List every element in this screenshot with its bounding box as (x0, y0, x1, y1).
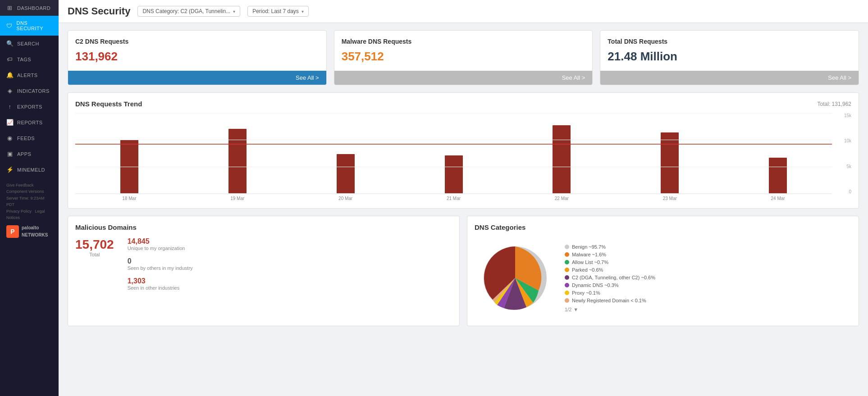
trend-chart-card: DNS Requests Trend Total: 131,962 (68, 92, 859, 209)
bar (445, 155, 463, 194)
total-card-value: 21.48 Million (608, 50, 851, 64)
legend-item: C2 (DGA, Tunneling, other C2) ~0.6% (565, 275, 655, 280)
content-area: C2 DNS Requests 131,962 See All > Malwar… (59, 23, 868, 333)
malware-see-all-button[interactable]: See All > (334, 71, 593, 85)
c2-requests-card: C2 DNS Requests 131,962 See All > (68, 30, 327, 85)
indicators-icon: ◈ (6, 87, 14, 94)
sidebar-item-alerts[interactable]: 🔔 Alerts (0, 67, 59, 83)
sidebar-item-dns-security[interactable]: 🛡 DNS Security (0, 16, 59, 36)
sidebar-item-dashboard[interactable]: ⊞ Dashboard (0, 0, 59, 16)
legend-label: Benign ~95.7% (572, 244, 606, 250)
bar (120, 140, 138, 194)
trend-chart-title: DNS Requests Trend (75, 100, 142, 108)
legend-color-dot (565, 260, 569, 264)
bar-group (292, 113, 400, 194)
bar (661, 132, 679, 194)
reports-icon: 📈 (6, 119, 14, 126)
bar (337, 154, 355, 194)
bar-label: 23 Mar (616, 196, 724, 201)
legend-pagination: 1/2 ▼ (565, 307, 655, 312)
bar-label: 18 Mar (75, 196, 183, 201)
privacy-policy-link[interactable]: Privacy Policy (6, 209, 32, 214)
legend-label: Allow List ~0.7% (572, 259, 608, 265)
legend-item: Benign ~95.7% (565, 244, 655, 250)
sidebar-item-indicators[interactable]: ◈ Indicators (0, 83, 59, 99)
sidebar-item-tags[interactable]: 🏷 Tags (0, 51, 59, 67)
legend-item: Newly Registered Domain < 0.1% (565, 298, 655, 303)
legend-item: Dynamic DNS ~0.3% (565, 282, 655, 288)
malicious-domains-card: Malicious Domains 15,702 Total 14,845 Un… (68, 216, 460, 326)
bar-chart (75, 113, 832, 194)
legend-color-dot (565, 275, 569, 280)
dns-category-filter[interactable]: DNS Category: C2 (DGA, Tunnelin... ▾ (137, 6, 240, 17)
malware-card-title: Malware DNS Requests (342, 38, 585, 45)
legend-label: C2 (DGA, Tunneling, other C2) ~0.6% (572, 275, 655, 280)
bar (769, 158, 787, 194)
c2-see-all-button[interactable]: See All > (68, 71, 326, 85)
legend-item: Malware ~1.6% (565, 252, 655, 257)
page-title: DNS Security (68, 5, 130, 17)
malicious-domains-title: Malicious Domains (75, 223, 452, 231)
sidebar-item-search[interactable]: 🔍 Search (0, 36, 59, 51)
bell-icon: 🔔 (6, 72, 14, 78)
tag-icon: 🏷 (6, 56, 14, 63)
page-header: DNS Security DNS Category: C2 (DGA, Tunn… (59, 0, 868, 23)
dns-categories-card: DNS Categories (467, 216, 859, 326)
y-axis: 15k 10k 5k 0 (836, 113, 851, 194)
bar-group (724, 113, 832, 194)
pie-chart (475, 237, 556, 319)
period-filter[interactable]: Period: Last 7 days ▾ (247, 6, 309, 17)
total-see-all-button[interactable]: See All > (600, 71, 859, 85)
legend-label: Malware ~1.6% (572, 252, 606, 257)
unique-label: Unique to my organization (128, 246, 452, 251)
bottom-row: Malicious Domains 15,702 Total 14,845 Un… (68, 216, 859, 326)
legend-label: Parked ~0.6% (572, 267, 603, 273)
bar-label: 19 Mar (183, 196, 292, 201)
sidebar-item-reports[interactable]: 📈 Reports (0, 114, 59, 130)
industry-label: Seen in other industries (128, 285, 452, 291)
legend-color-dot (565, 283, 569, 287)
total-card-title: Total DNS Requests (608, 38, 851, 45)
give-feedback-link[interactable]: Give Feedback (6, 183, 34, 187)
export-icon: ↑ (6, 103, 14, 110)
unique-value: 14,845 (128, 237, 452, 246)
sidebar-item-apps[interactable]: ▣ Apps (0, 146, 59, 162)
trend-chart-total: Total: 131,962 (818, 101, 851, 107)
chevron-down-icon: ▾ (302, 9, 304, 14)
malware-requests-card: Malware DNS Requests 357,512 See All > (334, 30, 593, 85)
sidebar-item-feeds[interactable]: ◉ Feeds (0, 130, 59, 146)
shield-icon: 🛡 (6, 23, 13, 29)
chevron-down-icon[interactable]: ▼ (573, 307, 578, 312)
bar-group (183, 113, 292, 194)
bar-group (507, 113, 616, 194)
sidebar-item-minemeld[interactable]: ⚡ MineMeld (0, 162, 59, 178)
legend-item: Allow List ~0.7% (565, 259, 655, 265)
chevron-down-icon: ▾ (233, 9, 235, 14)
bar (228, 129, 247, 194)
bar (553, 125, 571, 194)
bar-group (616, 113, 724, 194)
malicious-total-label: Total (89, 252, 100, 257)
legend-label: Newly Registered Domain < 0.1% (572, 298, 646, 303)
total-requests-card: Total DNS Requests 21.48 Million See All… (600, 30, 859, 85)
component-versions-link[interactable]: Component Versions (6, 189, 44, 194)
legend-color-dot (565, 245, 569, 249)
search-icon: 🔍 (6, 40, 14, 47)
dns-categories-title: DNS Categories (475, 223, 851, 231)
legend-color-dot (565, 291, 569, 295)
legend-color-dot (565, 252, 569, 257)
c2-card-title: C2 DNS Requests (75, 38, 319, 45)
bar-label: 20 Mar (292, 196, 400, 201)
feeds-icon: ◉ (6, 135, 14, 141)
zero-label: Seen by others in my industry (128, 265, 452, 271)
malware-card-value: 357,512 (342, 50, 585, 64)
minemeld-icon: ⚡ (6, 166, 14, 173)
legend-item: Proxy ~0.1% (565, 290, 655, 296)
sidebar-item-exports[interactable]: ↑ Exports (0, 99, 59, 114)
bar-label: 24 Mar (724, 196, 832, 201)
c2-card-value: 131,962 (75, 50, 319, 64)
legend-color-dot (565, 268, 569, 272)
trend-line (75, 144, 832, 145)
main-content: DNS Security DNS Category: C2 (DGA, Tunn… (59, 0, 868, 396)
sidebar: ⊞ Dashboard 🛡 DNS Security 🔍 Search 🏷 Ta… (0, 0, 59, 396)
